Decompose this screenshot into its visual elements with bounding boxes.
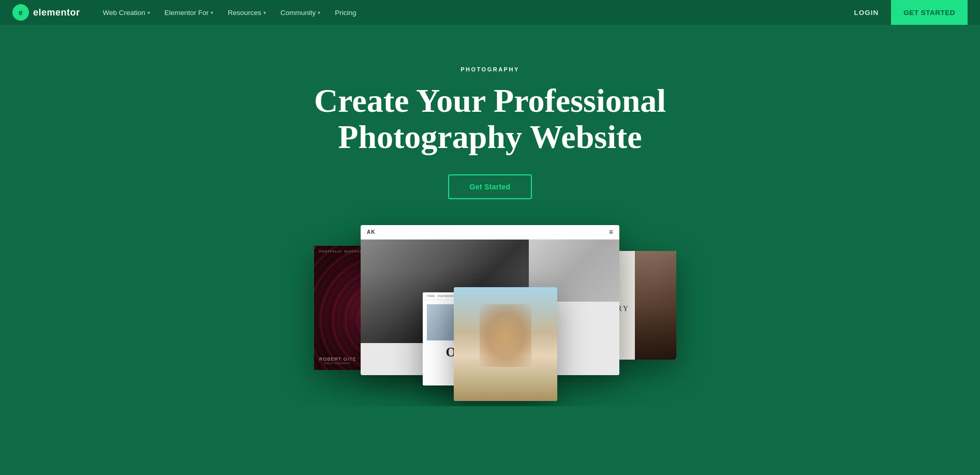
nav-item-web-creation[interactable]: Web Creation ▾ [97,6,156,20]
chevron-down-icon: ▾ [318,10,320,16]
login-button[interactable]: LOGIN [846,6,887,20]
hero-category: PHOTOGRAPHY [10,66,970,72]
logo-icon: e [12,4,29,21]
previews-container: AK ≡ ANDY KELLY * photographer * PORTFOL… [10,220,970,385]
nav-item-resources[interactable]: Resources ▾ [221,6,272,20]
logo-link[interactable]: e elementor [12,4,80,21]
nav-item-pricing[interactable]: Pricing [329,6,362,20]
navbar: e elementor Web Creation ▾ Elementor For… [0,0,980,25]
hero-section: PHOTOGRAPHY Create Your Professional Pho… [0,25,980,406]
get-started-nav-button[interactable]: GET STARTED [891,0,968,25]
doc-photo-side [635,251,676,360]
ak-menu-icon: ≡ [609,228,613,236]
hero-title: Create Your Professional Photography Web… [309,83,671,156]
wind-photo-figure [454,287,557,401]
nav-links: Web Creation ▾ Elementor For ▾ Resources… [97,6,846,20]
preview-screenshots: AK ≡ ANDY KELLY * photographer * PORTFOL… [288,220,692,380]
ouble-photo [427,304,455,340]
preview-wind-photo [454,287,557,401]
chevron-down-icon: ▾ [147,10,150,16]
brand-name: elementor [33,7,80,18]
chevron-down-icon: ▾ [211,10,213,16]
dark-card-title-area: ROBERT GITE PHOTOGRAPHY [319,357,357,365]
ak-logo: AK [367,229,375,235]
nav-item-elementor-for[interactable]: Elementor For ▾ [158,6,220,20]
hero-cta-button[interactable]: Get Started [448,174,532,199]
chevron-down-icon: ▾ [263,10,266,16]
nav-right: LOGIN GET STARTED [846,0,968,25]
nav-item-community[interactable]: Community ▾ [274,6,326,20]
